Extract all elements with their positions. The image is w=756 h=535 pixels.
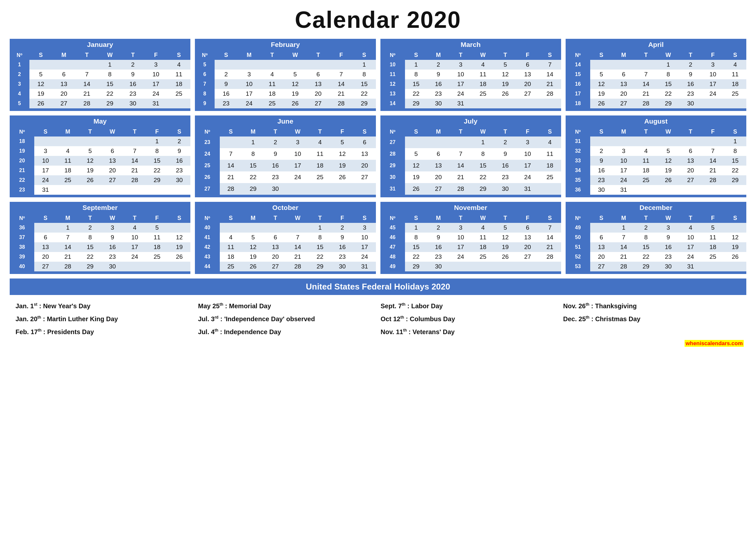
week-row: 339101112131415: [566, 156, 746, 166]
week-row: 312131415161718: [10, 79, 190, 89]
day-cell: 19: [29, 89, 52, 99]
day-cell: 18: [167, 79, 190, 89]
month-name-april: April: [566, 39, 746, 50]
day-cell: 27: [612, 99, 635, 108]
day-cell: 15: [98, 79, 121, 89]
month-name-november: November: [380, 202, 561, 213]
day-header-0: Nº: [195, 213, 220, 223]
calendars-grid: JanuaryNºSMTWTFS112342567891011312131415…: [10, 39, 746, 274]
day-cell: 12: [79, 156, 101, 166]
day-cell: 23: [101, 252, 123, 262]
day-cell: 13: [517, 233, 539, 242]
day-cell: 18: [146, 242, 168, 252]
day-cell: [307, 60, 330, 70]
day-cell: 9: [427, 70, 449, 79]
day-cell: 17: [517, 160, 539, 171]
day-cell: [724, 223, 746, 233]
day-cell: 25: [472, 252, 494, 262]
day-cell: 5: [29, 70, 52, 79]
day-cell: 29: [405, 99, 427, 108]
week-row: 4027282930: [10, 262, 190, 271]
day-cell: 13: [101, 156, 123, 166]
day-header-1: S: [34, 213, 57, 223]
week-row: 3813141516171819: [10, 242, 190, 252]
day-cell: [123, 136, 146, 146]
day-cell: 19: [284, 89, 307, 99]
day-cell: 1: [57, 223, 79, 233]
day-header-1: S: [590, 127, 612, 136]
day-cell: 16: [122, 79, 145, 89]
day-cell: 24: [679, 252, 702, 262]
week-number: 29: [380, 160, 405, 171]
month-name-september: September: [10, 202, 190, 213]
day-cell: 12: [494, 233, 517, 242]
day-cell: 19: [657, 166, 679, 175]
day-header-7: S: [168, 213, 190, 223]
day-cell: 25: [539, 171, 561, 183]
day-cell: 6: [307, 70, 330, 79]
week-row: 923242526272829: [195, 99, 376, 108]
day-cell: 26: [590, 99, 612, 108]
day-cell: 29: [98, 99, 121, 108]
day-cell: 27: [34, 262, 57, 271]
day-cell: 24: [237, 99, 260, 108]
day-cell: 15: [405, 242, 427, 252]
day-header-3: T: [79, 127, 101, 136]
month-name-december: December: [566, 202, 746, 213]
day-cell: 2: [427, 60, 449, 70]
week-number: 32: [566, 146, 590, 156]
week-row: 2567891011: [10, 70, 190, 79]
day-cell: 16: [657, 242, 679, 252]
day-cell: [57, 136, 79, 146]
day-cell: 30: [122, 99, 145, 108]
day-cell: 2: [679, 60, 702, 70]
day-cell: 27: [353, 171, 376, 183]
week-number: 11: [380, 70, 405, 79]
day-cell: 12: [494, 70, 517, 79]
day-cell: 14: [220, 160, 242, 171]
day-cell: 1: [472, 136, 494, 148]
day-header-1: S: [29, 50, 52, 60]
day-cell: 22: [242, 171, 264, 183]
week-number: 31: [380, 183, 405, 195]
week-row: 1322232425262728: [380, 89, 561, 99]
day-cell: 12: [657, 156, 679, 166]
day-cell: 8: [657, 70, 679, 79]
day-cell: 14: [612, 242, 635, 252]
day-cell: 8: [146, 146, 168, 156]
holiday-item: Nov. 26th : Thanksgiving: [560, 299, 743, 312]
day-cell: [57, 185, 79, 195]
day-cell: 13: [612, 79, 635, 89]
day-cell: [101, 185, 123, 195]
day-cell: 4: [679, 223, 702, 233]
day-cell: 24: [34, 175, 57, 185]
day-header-2: M: [242, 213, 264, 223]
day-cell: 30: [427, 99, 449, 108]
week-number: 21: [10, 166, 34, 175]
day-header-5: T: [494, 50, 517, 60]
day-cell: 2: [590, 146, 612, 156]
day-cell: [494, 99, 517, 108]
week-number: 23: [10, 185, 34, 195]
holiday-item: May 25th : Memorial Day: [196, 299, 378, 312]
day-cell: 16: [264, 160, 287, 171]
day-cell: 4: [635, 146, 657, 156]
day-cell: [330, 60, 353, 70]
day-cell: 19: [331, 160, 353, 171]
day-cell: 9: [168, 146, 190, 156]
day-cell: 29: [146, 175, 168, 185]
day-cell: 25: [702, 252, 724, 262]
day-cell: 11: [220, 242, 242, 252]
day-cell: 21: [449, 171, 472, 183]
day-header-1: S: [590, 50, 612, 60]
day-cell: 10: [449, 233, 472, 242]
week-number: 19: [10, 146, 34, 156]
day-cell: 5: [494, 223, 517, 233]
holiday-item: Jul. 3rd : 'Independence Day' observed: [196, 312, 378, 325]
day-cell: 22: [635, 252, 657, 262]
day-cell: 18: [635, 166, 657, 175]
week-number: 4: [10, 89, 29, 99]
day-cell: 29: [472, 183, 494, 195]
day-cell: [79, 136, 101, 146]
day-header-6: F: [702, 213, 724, 223]
